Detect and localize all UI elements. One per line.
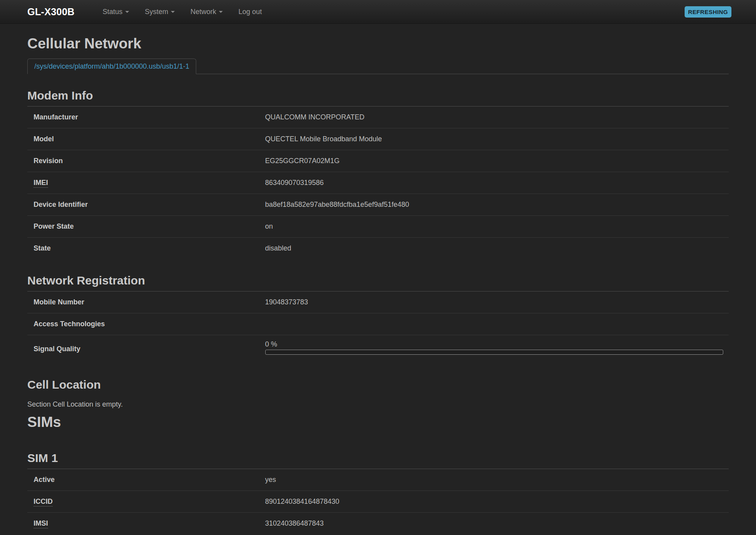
table-row: Manufacturer QUALCOMM INCORPORATED — [27, 107, 729, 128]
row-label: Device Identifier — [27, 194, 265, 215]
row-label: Signal Quality — [27, 335, 265, 363]
chevron-down-icon — [125, 11, 129, 13]
table-row: Mobile Number 19048373783 — [27, 291, 729, 313]
row-label: Access Technologies — [27, 313, 265, 335]
nav-item-system[interactable]: System — [145, 8, 175, 16]
table-row: Model QUECTEL Mobile Broadband Module — [27, 128, 729, 150]
device-path-tab[interactable]: /sys/devices/platform/ahb/1b000000.usb/u… — [27, 59, 196, 74]
network-registration-table: Mobile Number 19048373783 Access Technol… — [27, 291, 729, 363]
sim1-heading: SIM 1 — [27, 451, 729, 469]
modem-info-table: Manufacturer QUALCOMM INCORPORATED Model… — [27, 107, 729, 259]
row-label: ICCID — [27, 491, 265, 513]
modem-info-heading: Modem Info — [27, 89, 729, 107]
signal-quality-progressbar — [265, 350, 723, 355]
row-label: IMEI — [27, 172, 265, 194]
nav-item-logout[interactable]: Log out — [238, 8, 262, 16]
chevron-down-icon — [219, 11, 223, 13]
network-registration-section: Network Registration Mobile Number 19048… — [27, 274, 729, 363]
row-value: 19048373783 — [265, 291, 729, 313]
nav-item-network[interactable]: Network — [190, 8, 223, 16]
top-navbar: GL-X300B Status System Network Log out R… — [0, 0, 756, 24]
table-row: Device Identifier ba8ef18a582e97abe88fdc… — [27, 194, 729, 215]
row-value: 863409070319586 — [265, 172, 729, 194]
device-tab-bar: /sys/devices/platform/ahb/1b000000.usb/u… — [27, 59, 729, 74]
modem-info-section: Modem Info Manufacturer QUALCOMM INCORPO… — [27, 89, 729, 259]
brand-logo[interactable]: GL-X300B — [27, 6, 75, 18]
row-label: State — [27, 237, 265, 259]
sims-group-heading: SIMs — [27, 414, 729, 431]
row-value: on — [265, 215, 729, 237]
page-content: Cellular Network /sys/devices/platform/a… — [0, 36, 756, 534]
table-row: IMSI 310240386487843 — [27, 513, 729, 535]
row-label: Model — [27, 128, 265, 150]
sim1-table: Active yes ICCID 8901240384164878430 IMS… — [27, 469, 729, 534]
table-row: Active yes — [27, 469, 729, 491]
chevron-down-icon — [171, 11, 175, 13]
imsi-abbr[interactable]: IMSI — [34, 519, 48, 528]
row-value: 8901240384164878430 — [265, 491, 729, 513]
table-row: Power State on — [27, 215, 729, 237]
sim1-section: SIM 1 Active yes ICCID 89012403841648784… — [27, 451, 729, 534]
row-label: Revision — [27, 150, 265, 172]
row-value — [265, 313, 729, 335]
row-value: ba8ef18a582e97abe88fdcfba1e5ef9af51fe480 — [265, 194, 729, 215]
row-label: IMSI — [27, 513, 265, 535]
row-value: disabled — [265, 237, 729, 259]
signal-quality-value: 0 % — [265, 340, 729, 348]
nav-item-network-label: Network — [190, 8, 216, 16]
table-row: ICCID 8901240384164878430 — [27, 491, 729, 513]
refreshing-status-badge: REFRESHING — [685, 6, 731, 18]
cell-location-heading: Cell Location — [27, 378, 729, 395]
table-row: Revision EG25GGCR07A02M1G — [27, 150, 729, 172]
row-value: yes — [265, 469, 729, 491]
page-title: Cellular Network — [27, 36, 729, 52]
signal-quality-cell: 0 % — [265, 335, 729, 363]
table-row: IMEI 863409070319586 — [27, 172, 729, 194]
row-label: Manufacturer — [27, 107, 265, 128]
nav-item-system-label: System — [145, 8, 168, 16]
row-value: QUECTEL Mobile Broadband Module — [265, 128, 729, 150]
nav-item-status-label: Status — [103, 8, 122, 16]
table-row: Signal Quality 0 % — [27, 335, 729, 363]
row-value: QUALCOMM INCORPORATED — [265, 107, 729, 128]
row-label: Active — [27, 469, 265, 491]
row-value: EG25GGCR07A02M1G — [265, 150, 729, 172]
row-label: Mobile Number — [27, 291, 265, 313]
cell-location-section: Cell Location Section Cell Location is e… — [27, 378, 729, 409]
network-registration-heading: Network Registration — [27, 274, 729, 291]
table-row: Access Technologies — [27, 313, 729, 335]
row-value: 310240386487843 — [265, 513, 729, 535]
iccid-abbr[interactable]: ICCID — [34, 498, 53, 507]
nav-item-status[interactable]: Status — [103, 8, 129, 16]
table-row: State disabled — [27, 237, 729, 259]
row-label: Power State — [27, 215, 265, 237]
nav-item-logout-label: Log out — [238, 8, 262, 16]
cell-location-empty-note: Section Cell Location is empty. — [27, 400, 729, 409]
imei-abbr[interactable]: IMEI — [34, 179, 48, 188]
